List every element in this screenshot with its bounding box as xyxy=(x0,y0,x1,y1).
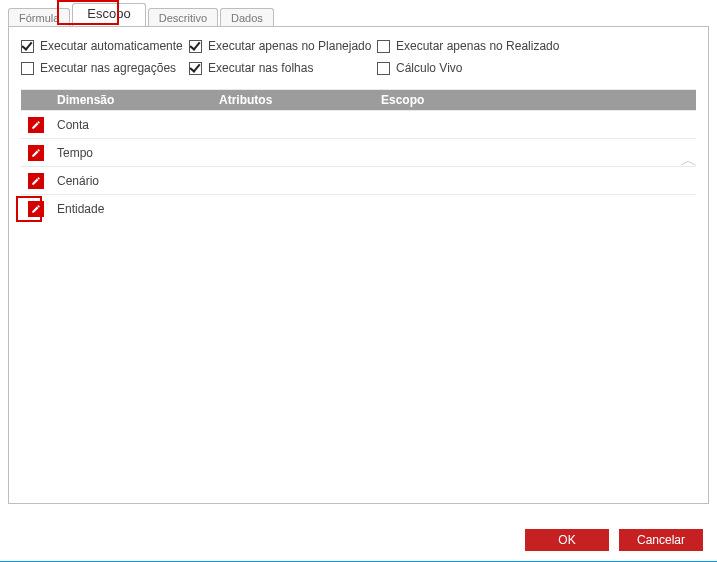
edit-icon[interactable] xyxy=(28,173,44,189)
label-calc-vivo: Cálculo Vivo xyxy=(396,61,462,75)
col-dimensao-header: Dimensão xyxy=(51,93,213,107)
table-row[interactable]: Conta xyxy=(21,110,696,138)
tab-escopo[interactable]: Escopo xyxy=(72,3,145,26)
cell-dimensao: Conta xyxy=(51,118,213,132)
grid-header: Dimensão Atributos Escopo xyxy=(21,90,696,110)
tab-strip: Fórmula Escopo Descritivo Dados xyxy=(0,2,717,26)
scroll-up-icon[interactable]: ︿ xyxy=(680,148,696,172)
tab-descritivo[interactable]: Descritivo xyxy=(148,8,218,27)
table-row[interactable]: Cenário xyxy=(21,166,696,194)
checkbox-exec-agregacoes[interactable] xyxy=(21,62,34,75)
cell-dimensao: Tempo xyxy=(51,146,213,160)
table-row[interactable]: Entidade xyxy=(21,194,696,222)
dialog-footer: OK Cancelar xyxy=(525,529,703,551)
col-escopo-header: Escopo xyxy=(375,93,696,107)
checkbox-exec-folhas[interactable] xyxy=(189,62,202,75)
label-exec-realizado: Executar apenas no Realizado xyxy=(396,39,559,53)
escopo-panel: Executar automaticamente Executar apenas… xyxy=(8,26,709,504)
checkbox-calc-vivo[interactable] xyxy=(377,62,390,75)
label-exec-planejado: Executar apenas no Planejado xyxy=(208,39,371,53)
check-row-1: Executar automaticamente Executar apenas… xyxy=(9,35,708,57)
col-atributos-header: Atributos xyxy=(213,93,375,107)
ok-button[interactable]: OK xyxy=(525,529,609,551)
grid-body: Conta Tempo xyxy=(21,110,696,222)
edit-icon[interactable] xyxy=(28,145,44,161)
label-exec-auto: Executar automaticamente xyxy=(40,39,183,53)
label-exec-folhas: Executar nas folhas xyxy=(208,61,313,75)
dimension-grid: Dimensão Atributos Escopo Conta xyxy=(21,89,696,222)
tab-dados[interactable]: Dados xyxy=(220,8,274,27)
cancel-button[interactable]: Cancelar xyxy=(619,529,703,551)
tab-formula[interactable]: Fórmula xyxy=(8,8,70,27)
checkbox-exec-realizado[interactable] xyxy=(377,40,390,53)
edit-icon[interactable] xyxy=(28,201,44,217)
cell-dimensao: Entidade xyxy=(51,202,213,216)
table-row[interactable]: Tempo xyxy=(21,138,696,166)
check-row-2: Executar nas agregações Executar nas fol… xyxy=(9,57,708,79)
checkbox-exec-auto[interactable] xyxy=(21,40,34,53)
checkbox-exec-planejado[interactable] xyxy=(189,40,202,53)
cell-dimensao: Cenário xyxy=(51,174,213,188)
edit-icon[interactable] xyxy=(28,117,44,133)
label-exec-agregacoes: Executar nas agregações xyxy=(40,61,176,75)
